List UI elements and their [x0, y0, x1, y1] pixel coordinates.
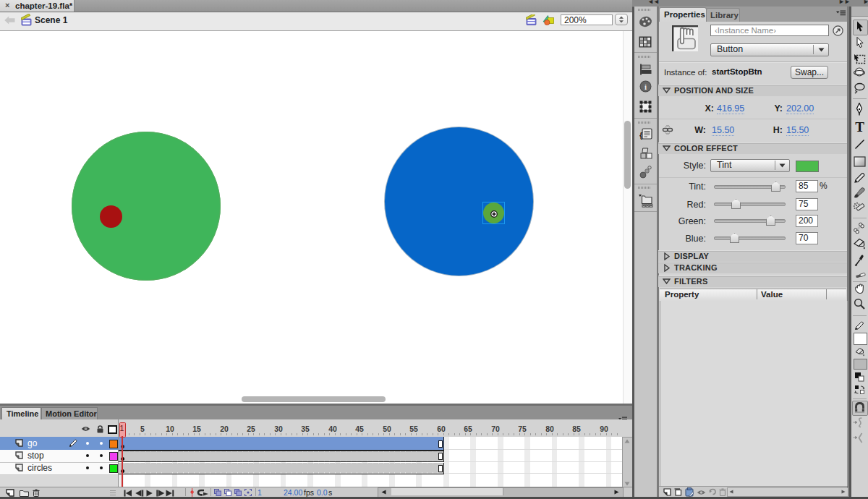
svg-text:{: { — [639, 131, 643, 140]
svg-text:i: i — [644, 82, 647, 91]
